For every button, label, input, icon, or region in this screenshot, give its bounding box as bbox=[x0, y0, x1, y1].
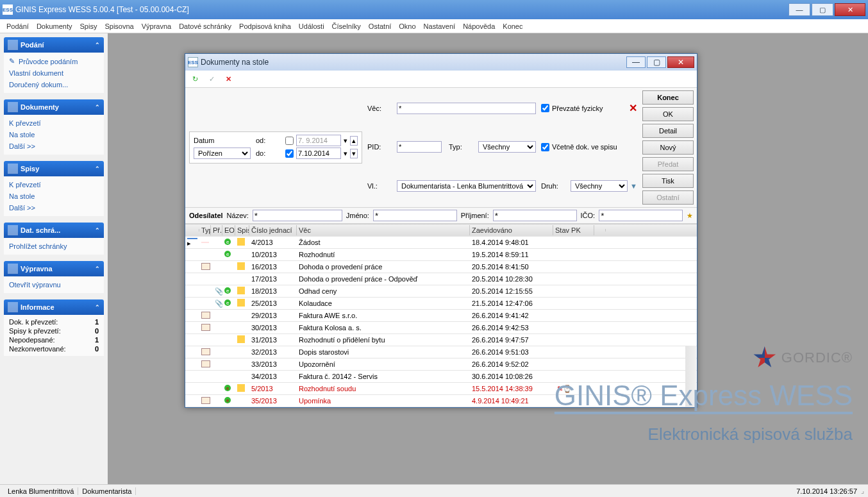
sidebar-item-spisy-nastole[interactable]: Na stole bbox=[9, 190, 99, 202]
app-icon: ESS bbox=[188, 57, 198, 67]
funnel-icon[interactable]: ▼ bbox=[630, 182, 637, 190]
sidebar-item-dokumenty-dalsi[interactable]: Další >> bbox=[9, 140, 99, 152]
predat-button[interactable]: Předat bbox=[642, 157, 694, 171]
table-row[interactable]: ▸e4/2013Žádost18.4.2014 9:48:01 bbox=[185, 237, 697, 249]
sidebar-item-doruceny-dokument[interactable]: Doručený dokum... bbox=[9, 79, 99, 90]
panel-header-vypravna[interactable]: Výpravna ⌃ bbox=[4, 261, 104, 276]
close-button[interactable]: ✕ bbox=[835, 3, 865, 16]
table-row[interactable]: 16/2013Dohoda o provedení práce20.5.2014… bbox=[185, 261, 697, 273]
table-row[interactable]: 📎e25/2013Kolaudace21.5.2014 12:47:06 bbox=[185, 298, 697, 310]
star-icon bbox=[753, 346, 776, 369]
resize-grip-icon[interactable]: ⌟ bbox=[861, 487, 864, 495]
ok-button[interactable]: OK bbox=[642, 107, 694, 121]
menu-napoveda[interactable]: Nápověda bbox=[459, 21, 499, 31]
eo-icon: e bbox=[224, 385, 231, 391]
menu-nastaveni[interactable]: Nastavení bbox=[420, 21, 460, 31]
od-checkbox[interactable] bbox=[285, 137, 294, 145]
filter-panel: Datum od: ▾ ▴ Pořízen do: ▾ bbox=[185, 88, 697, 208]
table-row[interactable]: e10/2013Rozhodnutí19.5.2014 8:59:11 bbox=[185, 249, 697, 261]
menu-podani[interactable]: Podání bbox=[3, 21, 33, 31]
pid-input[interactable] bbox=[397, 141, 442, 153]
mail-icon bbox=[201, 263, 210, 270]
inner-close-button[interactable]: ✕ bbox=[667, 56, 694, 68]
menu-spisy[interactable]: Spisy bbox=[76, 21, 101, 31]
ostatni-button[interactable]: Ostatní bbox=[642, 190, 694, 205]
nazev-input[interactable] bbox=[253, 210, 342, 221]
dropdown-icon[interactable]: ▾ bbox=[344, 137, 347, 145]
druh-select[interactable]: Všechny bbox=[571, 180, 628, 192]
typ-select[interactable]: Všechny bbox=[478, 141, 536, 153]
table-row[interactable]: 30/2013Faktura Kolosa a. s.26.6.2014 9:4… bbox=[185, 322, 697, 334]
sidebar-item-spisy-dalsi[interactable]: Další >> bbox=[9, 202, 99, 214]
menu-spisovna[interactable]: Spisovna bbox=[101, 21, 137, 31]
novy-button[interactable]: Nový bbox=[642, 140, 694, 155]
panel-header-dokumenty[interactable]: Dokumenty ⌃ bbox=[4, 99, 104, 115]
panel-header-spisy[interactable]: Spisy ⌃ bbox=[4, 161, 104, 176]
spinner-down-button[interactable]: ▾ bbox=[350, 149, 358, 158]
clear-filter-icon[interactable]: ✕ bbox=[629, 102, 637, 114]
menu-okno[interactable]: Okno bbox=[395, 21, 419, 31]
sidebar-item-vlastni-dokument[interactable]: Vlastní dokument bbox=[9, 67, 99, 79]
sidebar-item-prohlizet-schranky[interactable]: Prohlížet schránky bbox=[9, 240, 99, 252]
detail-button[interactable]: Detail bbox=[642, 124, 694, 138]
sidebar-item-otevrit-vypravnu[interactable]: Otevřít výpravnu bbox=[9, 279, 99, 291]
panel-datove-schranky: Dat. schrá... ⌃ Prohlížet schránky bbox=[4, 223, 104, 255]
vec-input[interactable] bbox=[397, 103, 536, 114]
delete-button[interactable]: ✕ bbox=[221, 72, 235, 86]
tisk-button[interactable]: Tisk bbox=[642, 174, 694, 188]
table-row[interactable]: 32/2013Dopis starostovi26.6.2014 9:51:03 bbox=[185, 346, 697, 358]
prijmeni-input[interactable] bbox=[493, 210, 577, 221]
druh-label: Druh: bbox=[541, 182, 568, 190]
inner-maximize-button[interactable]: ▢ bbox=[647, 56, 666, 68]
panel-header-dat-schranky[interactable]: Dat. schrá... ⌃ bbox=[4, 223, 104, 238]
dropdown-icon[interactable]: ▾ bbox=[344, 149, 347, 158]
menu-ciselniky[interactable]: Číselníky bbox=[328, 21, 365, 31]
inner-minimize-button[interactable]: — bbox=[626, 56, 646, 68]
table-row[interactable]: 31/2013Rozhodnutí o přidělení bytu26.6.2… bbox=[185, 334, 697, 346]
ico-input[interactable] bbox=[599, 210, 683, 221]
do-checkbox[interactable] bbox=[285, 149, 294, 158]
search-icon[interactable]: ★ bbox=[687, 212, 693, 220]
table-row[interactable]: 33/2013Upozornění26.6.2014 9:52:02 bbox=[185, 358, 697, 371]
mail-icon bbox=[201, 397, 210, 404]
sidebar-item-dokumenty-kprevzeti[interactable]: K převzetí bbox=[9, 117, 99, 129]
info-row: Nepodepsané:1 bbox=[9, 335, 99, 344]
sidebar-item-dokumenty-nastole[interactable]: Na stole bbox=[9, 129, 99, 140]
maximize-button[interactable]: ▢ bbox=[812, 3, 833, 16]
menu-ostatni[interactable]: Ostatní bbox=[365, 21, 395, 31]
vcetne-checkbox[interactable] bbox=[541, 143, 549, 151]
panel-header-informace[interactable]: Informace ⌃ bbox=[4, 299, 104, 315]
konec-button[interactable]: Konec bbox=[642, 90, 694, 105]
menu-dokumenty[interactable]: Dokumenty bbox=[33, 21, 76, 31]
menu-konec[interactable]: Konec bbox=[499, 21, 526, 31]
porizen-select[interactable]: Pořízen bbox=[194, 147, 251, 159]
vl-select[interactable]: Dokumentarista - Lenka Blumentrittová bbox=[397, 180, 536, 192]
jmeno-input[interactable] bbox=[373, 210, 457, 221]
menu-datove-schranky[interactable]: Datové schránky bbox=[175, 21, 235, 31]
info-row: Spisy k převzetí:0 bbox=[9, 326, 99, 335]
search-bar: Odesílatel Název: Jméno: Příjmení: IČO: … bbox=[185, 208, 697, 224]
refresh-button[interactable]: ↻ bbox=[188, 72, 202, 86]
inner-window-titlebar[interactable]: ESS Dokumenty na stole — ▢ ✕ bbox=[185, 54, 697, 71]
table-row[interactable]: 29/2013Faktura AWE s.r.o.26.6.2014 9:41:… bbox=[185, 310, 697, 322]
menu-udalosti[interactable]: Události bbox=[295, 21, 328, 31]
eo-icon: e bbox=[224, 299, 231, 306]
status-role: Dokumentarista bbox=[78, 487, 136, 495]
menu-podpis-kniha[interactable]: Podpisová kniha bbox=[235, 21, 295, 31]
table-row[interactable]: 17/2013Dohoda o provedení práce - Odpově… bbox=[185, 273, 697, 285]
table-row[interactable]: 📎e18/2013Odhad ceny20.5.2014 12:15:55 bbox=[185, 285, 697, 298]
mdi-background: ESS Dokumenty na stole — ▢ ✕ ↻ ✓ ✕ Datum bbox=[108, 33, 868, 484]
do-date-input[interactable] bbox=[296, 147, 341, 159]
chevron-up-icon: ⌃ bbox=[95, 227, 100, 233]
menu-vypravna[interactable]: Výpravna bbox=[138, 21, 175, 31]
app-icon: ESS bbox=[3, 4, 13, 15]
minimize-button[interactable]: — bbox=[789, 3, 810, 16]
od-date-input[interactable] bbox=[296, 135, 341, 146]
spinner-up-button[interactable]: ▴ bbox=[350, 136, 358, 146]
sidebar-item-spisy-kprevzeti[interactable]: K převzetí bbox=[9, 179, 99, 190]
panel-header-podani[interactable]: Podání ⌃ bbox=[4, 37, 104, 53]
prevzate-checkbox[interactable] bbox=[541, 104, 549, 112]
pid-label: PID: bbox=[367, 143, 394, 151]
sidebar-item-pruvodce[interactable]: ✎Průvodce podáním bbox=[9, 55, 99, 67]
confirm-button[interactable]: ✓ bbox=[204, 72, 219, 86]
